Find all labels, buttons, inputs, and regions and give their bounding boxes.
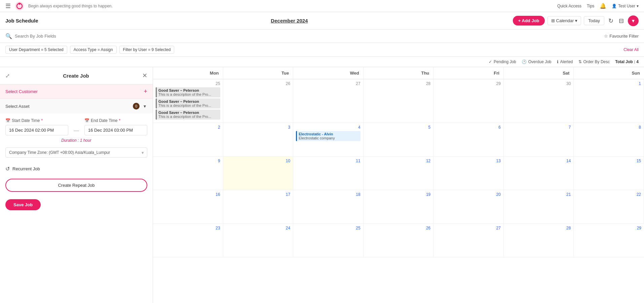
pending-job-toggle[interactable]: ✓ Pending Job [489,59,516,64]
end-datetime-input[interactable] [84,125,147,135]
asset-expand-button[interactable]: ▾ [142,102,147,110]
expand-button[interactable]: ⤢ [5,73,10,79]
cal-cell-dec13[interactable]: 13 [433,157,504,190]
cal-cell-nov30[interactable]: 30 [504,79,574,123]
cal-cell-dec22[interactable]: 22 [574,190,644,224]
panel-title: Create Job [63,73,89,79]
cal-cell-dec27[interactable]: 27 [433,224,504,257]
cal-date: 28 [506,226,571,230]
cal-cell-dec15[interactable]: 15 [574,157,644,190]
cal-cell-dec20[interactable]: 20 [433,190,504,224]
today-button[interactable]: Today [584,16,604,25]
favourite-filter-button[interactable]: ☆ Favourite Filter [604,34,639,39]
cal-cell-dec8[interactable]: 8 [574,123,644,157]
cal-cell-dec25[interactable]: 25 [293,224,364,257]
cal-date: 1 [576,81,641,86]
event-title: Good Saver – Peterson [158,111,219,115]
cal-cell-dec11[interactable]: 11 [293,157,364,190]
cal-date: 24 [226,226,291,230]
cal-cell-nov29[interactable]: 29 [433,79,504,123]
user-menu[interactable]: 👤 Test User ▾ [612,4,639,8]
cal-cell-dec19[interactable]: 19 [364,190,434,224]
timezone-select[interactable]: Company Time Zone: (GMT +08:00) Asia/Kua… [5,147,147,158]
cal-cell-nov25[interactable]: 25 Good Saver – Peterson This is a descr… [153,79,223,123]
event-desc: This is a description of the Pro... [158,92,219,96]
cal-date: 25 [296,226,361,230]
clear-all-button[interactable]: Clear All [623,47,639,52]
cal-cell-dec10[interactable]: 10 [223,157,294,190]
filter-icon: ▼ [631,18,636,24]
alerted-icon: ℹ [557,59,559,64]
create-job-panel: ⤢ Create Job ✕ Select Customer + Select … [0,67,153,303]
create-repeat-job-button[interactable]: Create Repeat Job [5,179,147,192]
search-input[interactable] [15,34,601,39]
cal-date: 12 [366,159,431,163]
search-icon: 🔍 [5,33,12,39]
bell-icon[interactable]: 🔔 [600,3,606,9]
event-title: Electrostatic - Alvin [299,132,359,136]
cal-cell-dec2[interactable]: 2 [153,123,223,157]
tips-link[interactable]: Tips [587,4,594,8]
cal-cell-dec14[interactable]: 14 [504,157,574,190]
close-panel-button[interactable]: ✕ [142,72,147,79]
cal-cell-dec24[interactable]: 24 [223,224,294,257]
cal-cell-nov28[interactable]: 28 [364,79,434,123]
refresh-button[interactable]: ↻ [607,16,615,26]
list-item[interactable]: Good Saver – Peterson This is a descript… [156,87,220,97]
cal-cell-nov26[interactable]: 26 [223,79,294,123]
order-icon: ⇅ [578,59,582,64]
add-job-button[interactable]: + Add Job [513,16,545,26]
cal-cell-dec9[interactable]: 9 [153,157,223,190]
cal-cell-dec6[interactable]: 6 [433,123,504,157]
filter-tag-department[interactable]: User Department = 5 Selected [5,46,67,54]
cal-cell-dec12[interactable]: 12 [364,157,434,190]
filter-tag-access[interactable]: Access Type = Assign [70,46,117,54]
overdue-job-toggle[interactable]: 🕐 Overdue Job [522,59,552,64]
quick-access-link[interactable]: Quick Access [557,4,581,8]
save-job-button[interactable]: Save Job [5,199,41,210]
calendar-view-button[interactable]: ⊞ Calendar ▾ [547,16,581,25]
hamburger-icon[interactable]: ☰ [5,2,11,10]
tagline: Begin always expecting good things to ha… [28,4,553,8]
cal-header-mon: Mon [153,67,223,79]
start-datetime-input[interactable] [5,125,68,135]
page-title: Job Schedule [5,18,66,24]
view-toggle-button[interactable]: ⊟ [617,16,625,26]
cal-cell-dec17[interactable]: 17 [223,190,294,224]
datetime-row: 📅 Start Date Time * — 📅 End Date Time * [5,118,147,135]
cal-cell-dec18[interactable]: 18 [293,190,364,224]
order-by-desc-toggle[interactable]: ⇅ Order By Desc [578,59,610,64]
cal-date: 3 [226,125,291,130]
add-customer-button[interactable]: + [144,88,147,95]
cal-date: 21 [506,192,571,197]
search-bar: 🔍 ☆ Favourite Filter [0,30,644,43]
cal-cell-dec5[interactable]: 5 [364,123,434,157]
alerted-toggle[interactable]: ℹ Alerted [557,59,573,64]
cal-cell-dec28[interactable]: 28 [504,224,574,257]
cal-cell-dec23[interactable]: 23 [153,224,223,257]
cal-cell-dec4[interactable]: 4 Electrostatic - Alvin Electrostatic co… [293,123,364,157]
cal-cell-dec26[interactable]: 26 [364,224,434,257]
cal-date: 6 [436,125,501,130]
cal-date: 19 [366,192,431,197]
list-item[interactable]: Electrostatic - Alvin Electrostatic comp… [296,131,361,141]
cal-cell-nov27[interactable]: 27 [293,79,364,123]
cal-cell-dec1[interactable]: 1 [574,79,644,123]
list-item[interactable]: Good Saver – Peterson This is a descript… [156,98,220,109]
select-asset-label: Select Asset [5,104,30,109]
filter-button[interactable]: ▼ [628,15,639,26]
cal-header-thu: Thu [364,67,434,79]
filter-tag-user[interactable]: Filter by User = 9 Selected [119,46,175,54]
cal-header-fri: Fri [433,67,504,79]
list-item[interactable]: Good Saver – Peterson This is a descript… [156,110,220,120]
recurrent-job-section: ↺ Recurrent Job [0,162,153,176]
cal-date: 28 [366,81,431,86]
cal-cell-dec29[interactable]: 29 [574,224,644,257]
cal-cell-dec7[interactable]: 7 [504,123,574,157]
cal-cell-dec3[interactable]: 3 [223,123,294,157]
cal-date: 13 [436,159,501,163]
cal-cell-dec16[interactable]: 16 [153,190,223,224]
event-title: Good Saver – Peterson [158,99,219,103]
cal-cell-dec21[interactable]: 21 [504,190,574,224]
total-jobs-label: Total Job : 4 [615,59,639,64]
